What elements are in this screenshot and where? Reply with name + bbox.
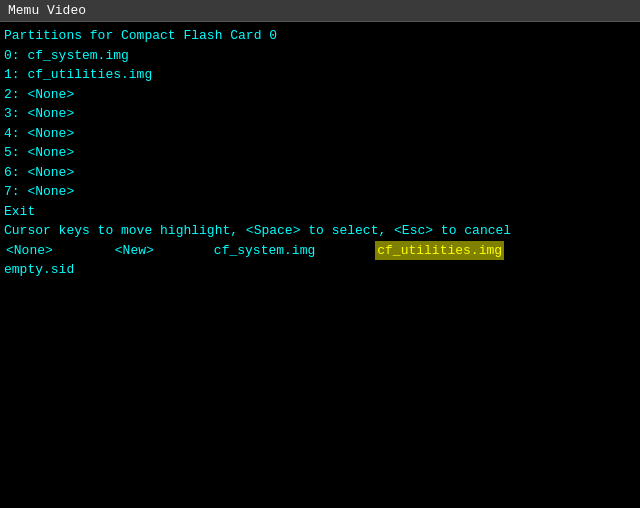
title-text: Memu Video: [8, 3, 86, 18]
instructions-line: Cursor keys to move highlight, <Space> t…: [4, 221, 636, 241]
partition-5-line: 5: <None>: [4, 143, 636, 163]
partition-0-line: 0: cf_system.img: [4, 46, 636, 66]
partitions-header: Partitions for Compact Flash Card 0: [4, 26, 636, 46]
menu-bar[interactable]: <None> <New> cf_system.img cf_utilities.…: [4, 241, 636, 261]
menu-item-cf-system[interactable]: cf_system.img: [214, 241, 375, 261]
partition-3-line: 3: <None>: [4, 104, 636, 124]
partition-4-line: 4: <None>: [4, 124, 636, 144]
bottom-line: empty.sid: [4, 260, 636, 280]
partition-7-line: 7: <None>: [4, 182, 636, 202]
menu-item-cf-utilities[interactable]: cf_utilities.img: [375, 241, 504, 261]
menu-item-none[interactable]: <None>: [4, 241, 55, 261]
terminal: Partitions for Compact Flash Card 0 0: c…: [0, 22, 640, 508]
partition-2-line: 2: <None>: [4, 85, 636, 105]
partition-1-line: 1: cf_utilities.img: [4, 65, 636, 85]
titlebar: Memu Video: [0, 0, 640, 22]
partition-6-line: 6: <None>: [4, 163, 636, 183]
menu-item-new[interactable]: <New>: [55, 241, 214, 261]
exit-line: Exit: [4, 202, 636, 222]
